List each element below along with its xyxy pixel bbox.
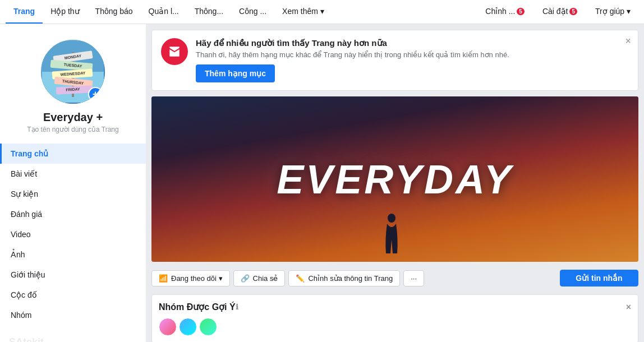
add-category-button[interactable]: Thêm hạng mục [196,64,275,82]
top-navigation: Trang Hộp thư Thông báo Quản l... Thông.… [0,0,644,24]
sidebar-item-trang-chu[interactable]: Trang chủ [0,144,146,164]
nav-tro-giup[interactable]: Trợ giúp ▾ [587,0,638,24]
nav-quan-ly[interactable]: Quản l... [141,0,187,24]
chinh-sua-badge: 5 [517,8,525,15]
cover-photo: EVERYDAY [151,96,638,262]
close-suggested-button[interactable]: × [626,302,631,312]
nav-thong-bao[interactable]: Thông báo [88,0,141,24]
suggested-group-card: Nhóm Được Gợi Ý ℹ × [151,294,638,342]
main-content: Hãy để nhiều người tìm thấy Trang này hơ… [146,24,644,342]
sidebar: MONDAY TUESDAY WEDNESDAY THURSDAY FRIDAY… [0,24,146,342]
sidebar-item-bai-viet[interactable]: Bài viết [0,164,146,184]
svg-point-13 [388,214,395,223]
silhouette-figure [380,211,403,262]
nav-cong-cu[interactable]: Công ... [231,0,274,24]
info-icon: ℹ [236,303,238,311]
page-username-prompt: Tạo tên người dùng của Trang [27,126,118,133]
cai-dat-badge: 5 [569,8,577,15]
page-name: Everyday + [43,111,103,124]
sidebar-item-video[interactable]: Video [0,224,146,244]
right-nav-items: Chỉnh ... 5 Cài đặt 5 Trợ giúp ▾ [477,0,638,24]
sidebar-item-gioi-thieu[interactable]: Giới thiệu [0,265,146,285]
svg-text:FRIDAY: FRIDAY [66,87,80,91]
action-bar-left: 📶 Đang theo dõi ▾ 🔗 Chia sẻ ✏️ Chỉnh sửa… [151,270,424,286]
suggested-group-avatars [159,318,631,336]
sidebar-item-anh[interactable]: Ảnh [0,244,146,265]
notification-icon [161,38,188,65]
sidebar-item-nhom[interactable]: Nhóm [0,305,146,325]
bottom-section: Nhóm Được Gợi Ý ℹ × [151,294,638,342]
nav-hop-thu[interactable]: Hộp thư [43,0,87,24]
notification-subtitle: Thanh ơi, hãy thêm hạng mục khác để Tran… [196,50,629,59]
main-container: MONDAY TUESDAY WEDNESDAY THURSDAY FRIDAY… [0,24,644,342]
store-icon [167,44,182,59]
watermark: SAtekit [0,325,146,342]
suggested-group-header: Nhóm Được Gợi Ý ℹ × [159,302,631,312]
suggested-avatar-3 [199,318,217,336]
notification-banner: Hãy để nhiều người tìm thấy Trang này hơ… [151,30,638,91]
suggested-group-title: Nhóm Được Gợi Ý [159,302,236,312]
notification-title: Hãy để nhiều người tìm thấy Trang này hơ… [196,38,629,48]
nav-chinh-sua[interactable]: Chỉnh ... 5 [477,0,532,24]
notification-text: Hãy để nhiều người tìm thấy Trang này hơ… [196,38,629,82]
follow-icon: 📶 [159,274,168,283]
nav-thong-ke[interactable]: Thông... [187,0,231,24]
nav-trang[interactable]: Trang [6,0,43,24]
main-nav-items: Trang Hộp thư Thông báo Quản l... Thông.… [6,0,332,24]
profile-section: MONDAY TUESDAY WEDNESDAY THURSDAY FRIDAY… [0,30,146,139]
avatar-add-button[interactable]: + [88,87,103,101]
notification-close-button[interactable]: × [625,36,631,46]
more-button[interactable]: ··· [403,270,424,286]
share-icon: 🔗 [241,274,250,283]
action-bar: 📶 Đang theo dõi ▾ 🔗 Chia sẻ ✏️ Chỉnh sửa… [151,267,638,289]
profile-avatar: MONDAY TUESDAY WEDNESDAY THURSDAY FRIDAY… [39,38,107,105]
suggested-avatar-1 [159,318,177,336]
edit-icon: ✏️ [296,274,305,283]
suggested-avatar-2 [179,318,197,336]
nav-xem-them[interactable]: Xem thêm ▾ [274,0,332,24]
sidebar-navigation: Trang chủ Bài viết Sự kiện Đánh giá Vide… [0,144,146,325]
nav-cai-dat[interactable]: Cài đặt 5 [535,0,585,24]
send-message-button[interactable]: Gửi tin nhắn [560,270,638,286]
follow-button[interactable]: 📶 Đang theo dõi ▾ [151,270,230,286]
sidebar-item-danh-gia[interactable]: Đánh giá [0,204,146,224]
edit-page-button[interactable]: ✏️ Chỉnh sửa thông tin Trang [288,270,400,286]
sidebar-item-su-kien[interactable]: Sự kiện [0,184,146,204]
share-button[interactable]: 🔗 Chia sẻ [233,270,286,286]
sidebar-item-cuoc-do[interactable]: Cộc đố [0,285,146,305]
cover-photo-text: EVERYDAY [277,156,513,202]
